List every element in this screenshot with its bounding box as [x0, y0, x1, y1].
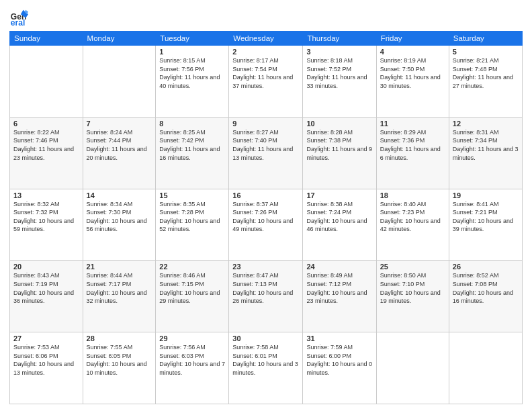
header: Gen eral — [9, 7, 523, 26]
calendar-cell: 21Sunrise: 8:44 AM Sunset: 7:17 PM Dayli… — [83, 261, 156, 332]
day-number: 12 — [453, 120, 519, 128]
calendar-cell: 23Sunrise: 8:47 AM Sunset: 7:13 PM Dayli… — [229, 261, 303, 332]
cell-info: Sunrise: 8:38 AM Sunset: 7:24 PM Dayligh… — [306, 200, 372, 234]
day-number: 2 — [232, 48, 299, 56]
calendar-cell: 12Sunrise: 8:31 AM Sunset: 7:34 PM Dayli… — [449, 117, 522, 189]
calendar-cell: 14Sunrise: 8:34 AM Sunset: 7:30 PM Dayli… — [83, 189, 156, 261]
day-number: 27 — [13, 334, 79, 342]
day-number: 9 — [232, 120, 299, 128]
day-number: 5 — [453, 48, 519, 56]
calendar-header-saturday: Saturday — [449, 32, 522, 46]
calendar-header-friday: Friday — [376, 32, 449, 46]
calendar-cell: 24Sunrise: 8:49 AM Sunset: 7:12 PM Dayli… — [303, 261, 376, 332]
calendar-cell: 19Sunrise: 8:41 AM Sunset: 7:21 PM Dayli… — [449, 189, 522, 261]
logo: Gen eral — [9, 7, 31, 26]
calendar-cell: 22Sunrise: 8:46 AM Sunset: 7:15 PM Dayli… — [156, 261, 229, 332]
calendar-week-row: 13Sunrise: 8:32 AM Sunset: 7:32 PM Dayli… — [10, 189, 523, 261]
calendar-cell: 28Sunrise: 7:55 AM Sunset: 6:05 PM Dayli… — [83, 332, 156, 404]
cell-info: Sunrise: 8:47 AM Sunset: 7:13 PM Dayligh… — [232, 271, 299, 305]
cell-info: Sunrise: 8:46 AM Sunset: 7:15 PM Dayligh… — [159, 271, 225, 305]
cell-info: Sunrise: 8:34 AM Sunset: 7:30 PM Dayligh… — [87, 200, 152, 234]
cell-info: Sunrise: 8:24 AM Sunset: 7:44 PM Dayligh… — [87, 128, 152, 162]
day-number: 19 — [453, 191, 519, 199]
cell-info: Sunrise: 7:56 AM Sunset: 6:03 PM Dayligh… — [159, 343, 225, 377]
calendar-cell: 5Sunrise: 8:21 AM Sunset: 7:48 PM Daylig… — [449, 46, 522, 118]
cell-info: Sunrise: 8:29 AM Sunset: 7:36 PM Dayligh… — [380, 128, 445, 162]
day-number: 13 — [13, 191, 79, 199]
cell-info: Sunrise: 8:37 AM Sunset: 7:26 PM Dayligh… — [232, 200, 299, 234]
day-number: 1 — [159, 48, 225, 56]
calendar-cell — [10, 46, 83, 118]
day-number: 21 — [87, 263, 152, 271]
calendar-cell — [83, 46, 156, 118]
cell-info: Sunrise: 7:58 AM Sunset: 6:01 PM Dayligh… — [232, 343, 299, 377]
calendar-cell: 18Sunrise: 8:40 AM Sunset: 7:23 PM Dayli… — [376, 189, 449, 261]
day-number: 24 — [306, 263, 372, 271]
cell-info: Sunrise: 8:25 AM Sunset: 7:42 PM Dayligh… — [159, 128, 225, 162]
calendar-week-row: 20Sunrise: 8:43 AM Sunset: 7:19 PM Dayli… — [10, 261, 523, 332]
calendar-cell: 1Sunrise: 8:15 AM Sunset: 7:56 PM Daylig… — [156, 46, 229, 118]
cell-info: Sunrise: 8:44 AM Sunset: 7:17 PM Dayligh… — [87, 271, 152, 305]
day-number: 26 — [453, 263, 519, 271]
calendar-table: SundayMondayTuesdayWednesdayThursdayFrid… — [9, 31, 523, 404]
calendar-cell: 17Sunrise: 8:38 AM Sunset: 7:24 PM Dayli… — [303, 189, 376, 261]
calendar-cell: 3Sunrise: 8:18 AM Sunset: 7:52 PM Daylig… — [303, 46, 376, 118]
calendar-week-row: 6Sunrise: 8:22 AM Sunset: 7:46 PM Daylig… — [10, 117, 523, 189]
calendar-cell: 30Sunrise: 7:58 AM Sunset: 6:01 PM Dayli… — [229, 332, 303, 404]
cell-info: Sunrise: 8:35 AM Sunset: 7:28 PM Dayligh… — [159, 200, 225, 234]
calendar-cell: 9Sunrise: 8:27 AM Sunset: 7:40 PM Daylig… — [229, 117, 303, 189]
calendar-cell: 4Sunrise: 8:19 AM Sunset: 7:50 PM Daylig… — [376, 46, 449, 118]
day-number: 11 — [380, 120, 445, 128]
cell-info: Sunrise: 8:52 AM Sunset: 7:08 PM Dayligh… — [453, 271, 519, 305]
calendar-cell: 11Sunrise: 8:29 AM Sunset: 7:36 PM Dayli… — [376, 117, 449, 189]
calendar-cell: 10Sunrise: 8:28 AM Sunset: 7:38 PM Dayli… — [303, 117, 376, 189]
calendar-cell: 20Sunrise: 8:43 AM Sunset: 7:19 PM Dayli… — [10, 261, 83, 332]
cell-info: Sunrise: 8:18 AM Sunset: 7:52 PM Dayligh… — [306, 56, 372, 90]
cell-info: Sunrise: 8:41 AM Sunset: 7:21 PM Dayligh… — [453, 200, 519, 234]
day-number: 17 — [306, 191, 372, 199]
cell-info: Sunrise: 8:49 AM Sunset: 7:12 PM Dayligh… — [306, 271, 372, 305]
cell-info: Sunrise: 8:50 AM Sunset: 7:10 PM Dayligh… — [380, 271, 445, 305]
day-number: 10 — [306, 120, 372, 128]
day-number: 22 — [159, 263, 225, 271]
cell-info: Sunrise: 8:15 AM Sunset: 7:56 PM Dayligh… — [159, 56, 225, 90]
calendar-week-row: 1Sunrise: 8:15 AM Sunset: 7:56 PM Daylig… — [10, 46, 523, 118]
calendar-cell — [376, 332, 449, 404]
day-number: 30 — [232, 334, 299, 342]
calendar-cell: 15Sunrise: 8:35 AM Sunset: 7:28 PM Dayli… — [156, 189, 229, 261]
cell-info: Sunrise: 8:31 AM Sunset: 7:34 PM Dayligh… — [453, 128, 519, 162]
cell-info: Sunrise: 8:32 AM Sunset: 7:32 PM Dayligh… — [13, 200, 79, 234]
day-number: 20 — [13, 263, 79, 271]
calendar-cell — [449, 332, 522, 404]
calendar-header-wednesday: Wednesday — [229, 32, 303, 46]
cell-info: Sunrise: 8:21 AM Sunset: 7:48 PM Dayligh… — [453, 56, 519, 90]
calendar-header-monday: Monday — [83, 32, 156, 46]
day-number: 14 — [87, 191, 152, 199]
calendar-cell: 8Sunrise: 8:25 AM Sunset: 7:42 PM Daylig… — [156, 117, 229, 189]
cell-info: Sunrise: 8:27 AM Sunset: 7:40 PM Dayligh… — [232, 128, 299, 162]
calendar-header-thursday: Thursday — [303, 32, 376, 46]
cell-info: Sunrise: 8:17 AM Sunset: 7:54 PM Dayligh… — [232, 56, 299, 90]
calendar-cell: 31Sunrise: 7:59 AM Sunset: 6:00 PM Dayli… — [303, 332, 376, 404]
cell-info: Sunrise: 8:22 AM Sunset: 7:46 PM Dayligh… — [13, 128, 79, 162]
cell-info: Sunrise: 8:40 AM Sunset: 7:23 PM Dayligh… — [380, 200, 445, 234]
calendar-header-sunday: Sunday — [10, 32, 83, 46]
day-number: 28 — [87, 334, 152, 342]
day-number: 29 — [159, 334, 225, 342]
calendar-header-row: SundayMondayTuesdayWednesdayThursdayFrid… — [10, 32, 523, 46]
calendar-cell: 2Sunrise: 8:17 AM Sunset: 7:54 PM Daylig… — [229, 46, 303, 118]
calendar-cell: 29Sunrise: 7:56 AM Sunset: 6:03 PM Dayli… — [156, 332, 229, 404]
page: Gen eral SundayMondayTuesdayWednesdayThu… — [0, 0, 532, 411]
day-number: 7 — [87, 120, 152, 128]
cell-info: Sunrise: 8:43 AM Sunset: 7:19 PM Dayligh… — [13, 271, 79, 305]
calendar-cell: 13Sunrise: 8:32 AM Sunset: 7:32 PM Dayli… — [10, 189, 83, 261]
day-number: 25 — [380, 263, 445, 271]
calendar-week-row: 27Sunrise: 7:53 AM Sunset: 6:06 PM Dayli… — [10, 332, 523, 404]
calendar-cell: 27Sunrise: 7:53 AM Sunset: 6:06 PM Dayli… — [10, 332, 83, 404]
calendar-cell: 25Sunrise: 8:50 AM Sunset: 7:10 PM Dayli… — [376, 261, 449, 332]
day-number: 23 — [232, 263, 299, 271]
cell-info: Sunrise: 7:59 AM Sunset: 6:00 PM Dayligh… — [306, 343, 372, 377]
cell-info: Sunrise: 8:19 AM Sunset: 7:50 PM Dayligh… — [380, 56, 445, 90]
day-number: 4 — [380, 48, 445, 56]
calendar-cell: 16Sunrise: 8:37 AM Sunset: 7:26 PM Dayli… — [229, 189, 303, 261]
